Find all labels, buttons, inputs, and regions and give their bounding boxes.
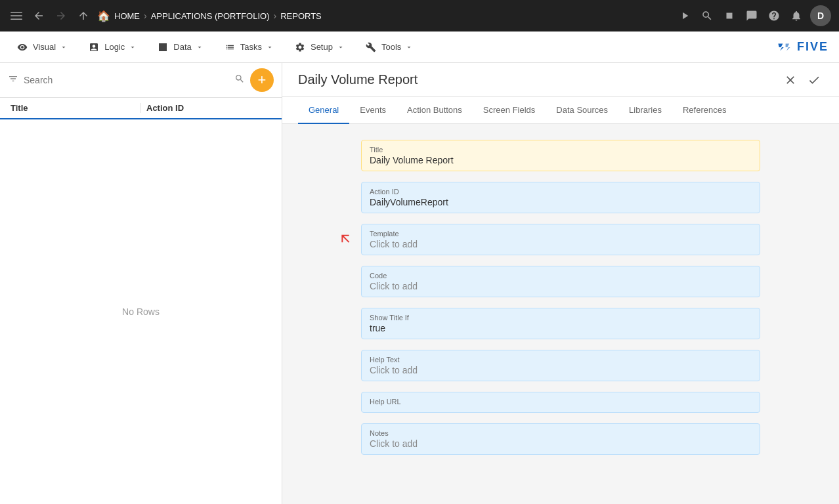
right-panel: Daily Volume Report General Events Actio… <box>282 63 839 504</box>
logic-menu[interactable]: Logic <box>82 38 146 56</box>
form-content: Title Daily Volume Report Action ID Dail… <box>282 124 839 504</box>
visual-menu[interactable]: Visual <box>11 38 77 56</box>
tools-menu[interactable]: Tools <box>359 38 422 56</box>
main-content: + Title Action ID No Rows Daily Volume R… <box>0 63 839 504</box>
help-url-field[interactable]: Help URL <box>361 392 760 413</box>
tab-action-buttons[interactable]: Action Buttons <box>397 97 473 124</box>
breadcrumb-sep-2: › <box>274 10 277 21</box>
filter-icon <box>8 74 18 87</box>
search-icon[interactable] <box>234 74 245 87</box>
five-logo: FIVE <box>777 38 828 56</box>
title-field[interactable]: Title Daily Volume Report <box>361 140 760 171</box>
hamburger-menu-icon[interactable] <box>8 7 25 24</box>
add-button[interactable]: + <box>250 68 274 92</box>
action-id-field-wrapper: Action ID DailyVolumeReport <box>361 182 760 213</box>
tab-references[interactable]: References <box>672 97 737 124</box>
title-field-wrapper: Title Daily Volume Report <box>361 140 760 171</box>
up-icon[interactable] <box>75 7 92 24</box>
help-text-field-placeholder: Click to add <box>370 365 752 375</box>
toolbar: Visual Logic Data Tasks Setup Tools FIVE <box>0 32 839 63</box>
show-title-if-field[interactable]: Show Title If true <box>361 308 760 339</box>
action-id-field-value: DailyVolumeReport <box>370 197 752 207</box>
help-url-field-label: Help URL <box>370 398 752 406</box>
right-actions <box>781 71 823 89</box>
show-title-if-field-wrapper: Show Title If true <box>361 308 760 339</box>
action-id-field[interactable]: Action ID DailyVolumeReport <box>361 182 760 213</box>
table-header: Title Action ID <box>0 98 282 119</box>
top-nav-right: D <box>676 5 831 26</box>
stop-icon[interactable] <box>721 7 738 24</box>
play-icon[interactable] <box>676 7 693 24</box>
search-input[interactable] <box>24 75 229 85</box>
template-arrow-indicator <box>337 231 353 249</box>
right-panel-title: Daily Volume Report <box>298 72 418 87</box>
show-title-if-field-label: Show Title If <box>370 314 752 322</box>
show-title-if-field-value: true <box>370 323 752 333</box>
code-field-wrapper: Code Click to add <box>361 266 760 297</box>
notes-field-wrapper: Notes Click to add <box>361 423 760 455</box>
svg-rect-2 <box>11 19 22 20</box>
breadcrumb-reports[interactable]: REPORTS <box>280 11 322 21</box>
code-field-placeholder: Click to add <box>370 281 752 291</box>
data-menu[interactable]: Data <box>151 38 212 56</box>
svg-rect-3 <box>727 13 733 19</box>
right-header: Daily Volume Report <box>282 63 839 97</box>
tasks-menu[interactable]: Tasks <box>218 38 283 56</box>
col-divider <box>140 103 141 113</box>
notes-field[interactable]: Notes Click to add <box>361 423 760 455</box>
template-field-label: Template <box>370 230 752 238</box>
help-text-field-wrapper: Help Text Click to add <box>361 350 760 381</box>
close-button[interactable] <box>781 71 800 89</box>
help-icon[interactable] <box>765 7 783 24</box>
help-text-field[interactable]: Help Text Click to add <box>361 350 760 381</box>
top-nav-bar: 🏠 HOME › APPLICATIONS (PORTFOLIO) › REPO… <box>0 0 839 32</box>
help-url-field-wrapper: Help URL <box>361 392 760 413</box>
col-action-id-header: Action ID <box>146 103 271 113</box>
chat-icon[interactable] <box>743 7 760 24</box>
code-field-label: Code <box>370 272 752 280</box>
svg-rect-0 <box>11 12 22 13</box>
tab-events[interactable]: Events <box>349 97 397 124</box>
back-icon[interactable] <box>30 7 47 24</box>
breadcrumb: 🏠 HOME › APPLICATIONS (PORTFOLIO) › REPO… <box>97 10 671 22</box>
tabs: General Events Action Buttons Screen Fie… <box>282 97 839 124</box>
avatar[interactable]: D <box>810 5 831 26</box>
tab-general[interactable]: General <box>298 97 349 124</box>
setup-menu[interactable]: Setup <box>288 38 354 56</box>
notes-field-placeholder: Click to add <box>370 438 752 449</box>
col-title-header: Title <box>11 103 135 113</box>
help-text-field-label: Help Text <box>370 356 752 364</box>
search-globe-icon[interactable] <box>699 7 716 24</box>
tab-libraries[interactable]: Libraries <box>618 97 672 124</box>
notes-field-label: Notes <box>370 429 752 437</box>
action-id-field-label: Action ID <box>370 188 752 196</box>
template-field-placeholder: Click to add <box>370 239 752 249</box>
search-bar: + <box>0 63 282 98</box>
tab-data-sources[interactable]: Data Sources <box>546 97 618 124</box>
template-field[interactable]: Template Click to add <box>361 224 760 255</box>
left-panel: + Title Action ID No Rows <box>0 63 282 504</box>
forward-icon[interactable] <box>53 7 70 24</box>
tab-screen-fields[interactable]: Screen Fields <box>473 97 546 124</box>
breadcrumb-sep-1: › <box>144 10 147 21</box>
title-field-value: Daily Volume Report <box>370 155 752 165</box>
no-rows-message: No Rows <box>0 119 282 504</box>
template-field-wrapper: Template Click to add <box>361 224 760 255</box>
code-field[interactable]: Code Click to add <box>361 266 760 297</box>
save-button[interactable] <box>805 71 823 89</box>
title-field-label: Title <box>370 146 752 154</box>
breadcrumb-home[interactable]: 🏠 HOME <box>97 10 140 22</box>
notification-icon[interactable] <box>788 7 805 24</box>
svg-rect-1 <box>11 15 22 16</box>
breadcrumb-applications[interactable]: APPLICATIONS (PORTFOLIO) <box>151 11 270 21</box>
